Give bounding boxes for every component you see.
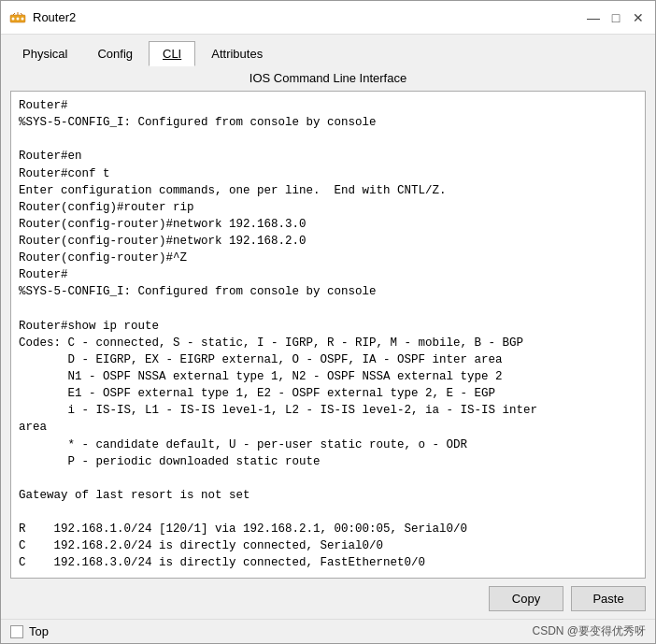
svg-point-2 [17, 17, 20, 20]
maximize-button[interactable]: □ [606, 8, 625, 27]
window-title: Router2 [33, 10, 76, 24]
bottom-bar: Top CSDN @要变得优秀呀 [1, 619, 655, 643]
svg-point-3 [21, 17, 24, 20]
terminal-container: Router# %SYS-5-CONFIG_I: Configured from… [10, 91, 646, 579]
title-controls: — □ ✕ [584, 8, 648, 27]
copy-button[interactable]: Copy [489, 586, 563, 611]
watermark: CSDN @要变得优秀呀 [532, 623, 646, 639]
top-checkbox[interactable] [10, 625, 23, 638]
top-label: Top [29, 624, 49, 638]
svg-point-1 [12, 17, 15, 20]
close-button[interactable]: ✕ [629, 8, 648, 27]
section-title: IOS Command Line Interface [1, 65, 655, 91]
title-bar-left: Router2 [8, 8, 76, 27]
window: Router2 — □ ✕ PhysicalConfigCLIAttribute… [0, 0, 656, 644]
tab-config[interactable]: Config [83, 41, 147, 66]
title-bar: Router2 — □ ✕ [1, 1, 655, 35]
bottom-left: Top [10, 624, 49, 638]
minimize-button[interactable]: — [584, 8, 603, 27]
router-icon [8, 8, 27, 27]
svg-line-6 [21, 13, 22, 15]
button-row: Copy Paste [1, 579, 655, 619]
tab-physical[interactable]: Physical [8, 41, 81, 66]
terminal-output[interactable]: Router# %SYS-5-CONFIG_I: Configured from… [11, 92, 645, 578]
tab-cli[interactable]: CLI [149, 41, 195, 66]
svg-line-4 [13, 13, 15, 15]
paste-button[interactable]: Paste [571, 586, 646, 611]
tab-attributes[interactable]: Attributes [197, 41, 277, 66]
tab-bar: PhysicalConfigCLIAttributes [1, 35, 655, 65]
